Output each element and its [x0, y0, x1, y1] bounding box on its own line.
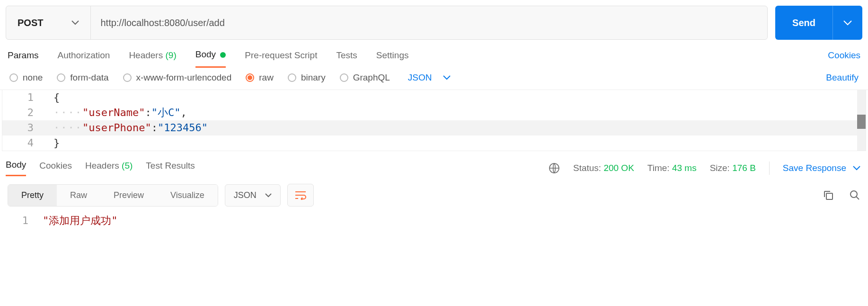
radio-binary[interactable]: binary	[288, 72, 326, 83]
save-response-button[interactable]: Save Response	[783, 163, 860, 173]
send-dropdown[interactable]	[833, 20, 862, 26]
radio-icon	[57, 73, 65, 82]
radio-raw[interactable]: raw	[246, 72, 274, 83]
radio-icon	[288, 73, 296, 82]
send-button-group: Send	[775, 6, 862, 40]
modified-dot-icon	[220, 52, 226, 58]
line-number: 1	[0, 213, 43, 228]
response-status: Status: 200 OK Time: 43 ms Size: 176 B	[573, 163, 756, 173]
response-tabs: Body Cookies Headers (5) Test Results St…	[0, 151, 868, 179]
radio-x-www-form-urlencoded[interactable]: x-www-form-urlencoded	[123, 72, 232, 83]
chevron-down-icon	[843, 20, 852, 26]
response-format-select[interactable]: JSON	[225, 184, 281, 207]
chevron-down-icon	[443, 75, 451, 80]
tab-tests[interactable]: Tests	[336, 50, 357, 67]
radio-form-data[interactable]: form-data	[57, 72, 108, 83]
response-tab-headers[interactable]: Headers (5)	[85, 161, 133, 176]
response-tab-body[interactable]: Body	[6, 160, 26, 176]
svg-point-2	[850, 191, 857, 198]
view-raw[interactable]: Raw	[57, 185, 100, 206]
cookies-link[interactable]: Cookies	[828, 50, 860, 67]
tab-authorization[interactable]: Authorization	[57, 50, 110, 67]
response-format-row: Pretty Raw Preview Visualize JSON	[0, 179, 868, 211]
svg-rect-1	[826, 193, 833, 199]
radio-icon	[9, 73, 18, 82]
search-icon[interactable]	[849, 189, 860, 201]
http-method-select[interactable]: POST	[6, 6, 91, 39]
size-value: 176 B	[732, 163, 756, 173]
chevron-down-icon	[265, 193, 272, 198]
radio-graphql[interactable]: GraphQL	[340, 72, 390, 83]
tab-settings[interactable]: Settings	[376, 50, 409, 67]
chevron-down-icon	[853, 166, 860, 171]
request-tabs: Params Authorization Headers (9) Body Pr…	[0, 44, 868, 68]
line-number: 3	[2, 120, 50, 135]
copy-icon[interactable]	[823, 189, 834, 201]
line-number: 1	[2, 90, 50, 105]
editor-scrollbar[interactable]	[857, 90, 866, 151]
wrap-lines-button[interactable]	[287, 184, 314, 207]
view-pretty[interactable]: Pretty	[8, 185, 57, 206]
time-value: 43 ms	[672, 163, 697, 173]
body-format-select[interactable]: JSON	[408, 72, 451, 83]
chevron-down-icon	[71, 20, 79, 25]
tab-params[interactable]: Params	[8, 50, 38, 67]
divider	[769, 162, 770, 175]
tab-body[interactable]: Body	[195, 49, 226, 68]
radio-icon	[246, 73, 254, 82]
tab-headers[interactable]: Headers (9)	[129, 50, 176, 67]
headers-count: (9)	[165, 50, 176, 60]
beautify-link[interactable]: Beautify	[826, 72, 859, 83]
wrap-icon	[294, 190, 307, 200]
line-number: 2	[2, 105, 50, 120]
body-format-label: JSON	[408, 72, 432, 83]
radio-none[interactable]: none	[9, 72, 43, 83]
http-method-label: POST	[18, 18, 43, 28]
tab-body-label: Body	[195, 49, 216, 59]
radio-icon	[123, 73, 132, 82]
url-input[interactable]	[91, 6, 767, 39]
tab-headers-label: Headers	[129, 50, 163, 60]
response-tab-cookies[interactable]: Cookies	[39, 161, 72, 176]
radio-icon	[340, 73, 348, 82]
view-preview[interactable]: Preview	[100, 185, 157, 206]
send-button[interactable]: Send	[775, 18, 833, 28]
globe-icon[interactable]	[549, 162, 560, 174]
body-type-radios: none form-data x-www-form-urlencoded raw…	[0, 68, 868, 90]
line-number: 4	[2, 135, 50, 151]
request-body-editor[interactable]: 1 { 2 ····"userName":"小C", 3 ····"userPh…	[2, 90, 866, 151]
url-method-container: POST	[6, 6, 768, 40]
tab-pre-request-script[interactable]: Pre-request Script	[245, 50, 317, 67]
status-value: 200 OK	[603, 163, 634, 173]
response-view-segment: Pretty Raw Preview Visualize	[8, 184, 218, 207]
response-headers-count: (5)	[122, 161, 133, 171]
view-visualize[interactable]: Visualize	[157, 185, 218, 206]
response-tab-test-results[interactable]: Test Results	[146, 161, 195, 176]
response-body-editor[interactable]: 1 "添加用户成功"	[0, 211, 868, 236]
